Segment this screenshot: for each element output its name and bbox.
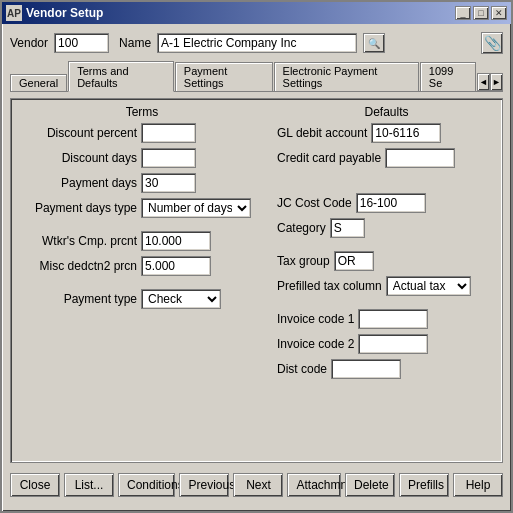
invoice-code1-input[interactable] <box>358 309 428 329</box>
tab-right-arrow[interactable]: ► <box>490 73 503 91</box>
tab-terms-and-defaults[interactable]: Terms and Defaults <box>68 61 174 92</box>
discount-days-row: Discount days <box>17 148 267 168</box>
payment-days-type-label: Payment days type <box>17 201 137 215</box>
invoice-code2-input[interactable] <box>358 334 428 354</box>
close-button[interactable]: Close <box>10 473 60 497</box>
category-row: Category <box>277 218 496 238</box>
form-panel: Terms Discount percent Discount days Pay… <box>10 98 503 463</box>
vendor-name-input[interactable] <box>157 33 357 53</box>
tax-group-row: Tax group <box>277 251 496 271</box>
wtkr-cmp-input[interactable] <box>141 231 211 251</box>
prefilled-tax-column-select[interactable]: Actual tax None <box>386 276 471 296</box>
delete-button[interactable]: Delete <box>345 473 395 497</box>
list-button[interactable]: List... <box>64 473 114 497</box>
minimize-button[interactable]: _ <box>455 6 471 20</box>
window-title: Vendor Setup <box>26 6 455 20</box>
tab-1099[interactable]: 1099 Se <box>420 62 476 91</box>
category-input[interactable] <box>330 218 365 238</box>
credit-card-payable-row: Credit card payable <box>277 148 496 168</box>
terms-header: Terms <box>17 105 267 119</box>
discount-percent-label: Discount percent <box>17 126 137 140</box>
wtkr-cmp-row: Wtkr's Cmp. prcnt <box>17 231 267 251</box>
gl-debit-account-row: GL debit account <box>277 123 496 143</box>
gl-debit-account-label: GL debit account <box>277 126 367 140</box>
vendor-setup-window: AP Vendor Setup _ □ ✕ Vendor Name 🔍 📎 Ge… <box>0 0 513 513</box>
tab-payment-settings[interactable]: Payment Settings <box>175 62 273 91</box>
prefills-button[interactable]: Prefills <box>399 473 449 497</box>
payment-type-select[interactable]: Check EFT Wire <box>141 289 221 309</box>
help-button[interactable]: Help <box>453 473 503 497</box>
discount-days-input[interactable] <box>141 148 196 168</box>
vendor-label: Vendor <box>10 36 48 50</box>
credit-card-payable-label: Credit card payable <box>277 151 381 165</box>
tab-general[interactable]: General <box>10 74 67 91</box>
payment-days-label: Payment days <box>17 176 137 190</box>
wtkr-cmp-label: Wtkr's Cmp. prcnt <box>17 234 137 248</box>
gl-debit-account-input[interactable] <box>371 123 441 143</box>
tab-electronic-payment-settings[interactable]: Electronic Payment Settings <box>274 62 419 91</box>
defaults-column: Defaults GL debit account Credit card pa… <box>277 105 496 384</box>
tabs-container: General Terms and Defaults Payment Setti… <box>10 60 503 92</box>
misc-dedctn2-row: Misc dedctn2 prcn <box>17 256 267 276</box>
payment-days-type-row: Payment days type Number of days Day of … <box>17 198 267 218</box>
payment-days-row: Payment days <box>17 173 267 193</box>
name-label: Name <box>119 36 151 50</box>
payment-days-type-select[interactable]: Number of days Day of month End of month <box>141 198 251 218</box>
lookup-icon: 🔍 <box>368 38 380 49</box>
next-button[interactable]: Next <box>233 473 283 497</box>
jc-cost-code-row: JC Cost Code <box>277 193 496 213</box>
tax-group-input[interactable] <box>334 251 374 271</box>
title-bar: AP Vendor Setup _ □ ✕ <box>2 2 511 24</box>
previous-button[interactable]: Previous <box>179 473 229 497</box>
title-bar-buttons: _ □ ✕ <box>455 6 507 20</box>
prefilled-tax-column-label: Prefilled tax column <box>277 279 382 293</box>
conditions-button[interactable]: Conditions... <box>118 473 175 497</box>
invoice-code2-label: Invoice code 2 <box>277 337 354 351</box>
vendor-number-input[interactable] <box>54 33 109 53</box>
dist-code-row: Dist code <box>277 359 496 379</box>
dist-code-label: Dist code <box>277 362 327 376</box>
invoice-code1-row: Invoice code 1 <box>277 309 496 329</box>
tab-left-arrow[interactable]: ◄ <box>477 73 490 91</box>
dist-code-input[interactable] <box>331 359 401 379</box>
jc-cost-code-input[interactable] <box>356 193 426 213</box>
close-button[interactable]: ✕ <box>491 6 507 20</box>
payment-days-input[interactable] <box>141 173 196 193</box>
payment-type-row: Payment type Check EFT Wire <box>17 289 267 309</box>
maximize-button[interactable]: □ <box>473 6 489 20</box>
lookup-button[interactable]: 🔍 <box>363 33 385 53</box>
misc-dedctn2-input[interactable] <box>141 256 211 276</box>
attach-button[interactable]: 📎 <box>481 32 503 54</box>
misc-dedctn2-label: Misc dedctn2 prcn <box>17 259 137 273</box>
app-icon: AP <box>6 5 22 21</box>
discount-percent-row: Discount percent <box>17 123 267 143</box>
window-content: Vendor Name 🔍 📎 General Terms and Defaul… <box>2 24 511 511</box>
invoice-code1-label: Invoice code 1 <box>277 312 354 326</box>
payment-type-label: Payment type <box>17 292 137 306</box>
credit-card-payable-input[interactable] <box>385 148 455 168</box>
jc-cost-code-label: JC Cost Code <box>277 196 352 210</box>
prefilled-tax-column-row: Prefilled tax column Actual tax None <box>277 276 496 296</box>
bottom-buttons: Close List... Conditions... Previous Nex… <box>10 469 503 503</box>
discount-percent-input[interactable] <box>141 123 196 143</box>
vendor-row: Vendor Name 🔍 📎 <box>10 32 503 54</box>
tax-group-label: Tax group <box>277 254 330 268</box>
discount-days-label: Discount days <box>17 151 137 165</box>
attach-icon: 📎 <box>484 35 501 51</box>
terms-column: Terms Discount percent Discount days Pay… <box>17 105 267 384</box>
invoice-code2-row: Invoice code 2 <box>277 334 496 354</box>
attachments-button[interactable]: Attachmnts <box>287 473 341 497</box>
defaults-header: Defaults <box>277 105 496 119</box>
category-label: Category <box>277 221 326 235</box>
